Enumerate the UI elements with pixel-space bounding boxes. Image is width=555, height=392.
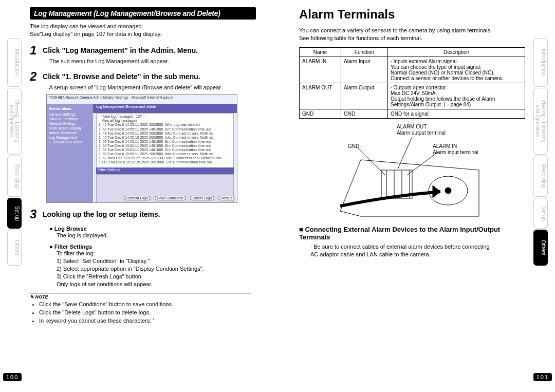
bullet-title: Log Browse: [49, 226, 256, 232]
note-item: Click the "Save Conditions" button to sa…: [39, 301, 256, 308]
cell: ALARM OUT: [300, 83, 341, 109]
bullet-body: To filter the log: 1) Select "Set Condit…: [57, 250, 256, 288]
step-title: Click "Log Management" in the Admin. Men…: [43, 43, 248, 54]
tab-viewing: Viewing · Listening and Operation: [533, 88, 548, 155]
btn: Save Conditions: [155, 196, 186, 200]
step-title: Click "1. Browse and Delete" in the sub …: [43, 69, 248, 81]
step-body: A setup screen of "Log Management /Brows…: [46, 84, 256, 91]
tab-others: Others: [7, 230, 22, 266]
page-left: Introduction Viewing · Listening and Ope…: [7, 7, 260, 382]
th-name: Name: [300, 47, 341, 57]
svg-point-6: [445, 188, 451, 194]
btn: Delete Logs: [190, 196, 214, 200]
nav-item: 1. Browse and delete: [49, 140, 91, 144]
th-description: Description: [388, 47, 525, 57]
cell: GND for a signal: [388, 109, 525, 118]
btn: Refresh Logs: [124, 196, 151, 200]
svg-marker-10: [433, 185, 440, 198]
tab-setup: Set up: [533, 198, 548, 229]
step-3: 3 Looking up the log or setup items.: [30, 207, 256, 221]
nav-item: Camera Settings: [49, 113, 91, 116]
app-screenshot: TOSHIBA Network Camera Administrator Set…: [46, 94, 237, 203]
intro-line-1: You can connect a variety of sensors to …: [299, 27, 492, 33]
screenshot-main-header: Log Management /Browse and delete: [93, 104, 237, 113]
screenshot-leftnav: Admin. Menu Camera Settings PAN/TILT Set…: [47, 104, 93, 202]
th-function: Function: [341, 47, 388, 57]
screenshot-logbox: --- Total log messages : 127 --- View al…: [96, 113, 234, 169]
step-2: 2 Click "1. Browse and Delete" in the su…: [30, 69, 256, 91]
sub-body: Be sure to connect cables of external al…: [310, 243, 525, 251]
label-alarm-out: ALARM OUTAlarm output terminal: [397, 124, 446, 136]
cell: GND: [341, 109, 388, 118]
nav-item: PAN/TILT Settings: [49, 117, 91, 121]
cell: Alarm Output: [341, 83, 388, 109]
side-tabs-left: Introduction Viewing · Listening and Ope…: [7, 38, 22, 351]
diagram-svg: [330, 124, 494, 221]
cell: GND: [300, 109, 341, 118]
screenshot-buttons: Refresh Logs Save Conditions Delete Logs…: [124, 196, 235, 200]
terminal-diagram: ALARM OUTAlarm output terminal GND ALARM…: [330, 124, 494, 221]
intro-line-2: See following table for functions of eac…: [299, 35, 422, 41]
tab-others: Others: [533, 230, 548, 266]
bullet-log-browse: Log Browse The log is displayed.: [49, 226, 256, 239]
note-label: NOTE: [30, 293, 251, 300]
tab-introduction: Introduction: [533, 38, 548, 87]
page-right: Introduction Viewing · Listening and Ope…: [295, 7, 548, 382]
nav-item: Multi Screen Display: [49, 126, 91, 130]
tab-viewing: Viewing · Listening and Operation: [7, 88, 22, 155]
right-content: Alarm Terminals You can connect a variet…: [299, 7, 525, 258]
screenshot-filter-header: Filter Settings: [96, 167, 234, 175]
note-item: In keyword you cannot use these characte…: [39, 317, 256, 325]
label-gnd: GND: [348, 143, 359, 150]
intro-line-2: See"Log display" on page 107 for data in…: [30, 31, 162, 37]
terminal-table: Name Function Description ALARM IN Alarm…: [299, 47, 525, 119]
table-row: ALARM IN Alarm Input · Inputs external A…: [300, 57, 525, 83]
section-title: Alarm Terminals: [299, 7, 525, 24]
table-row: GND GND GND for a signal: [300, 109, 525, 118]
tab-recording: Recording: [7, 156, 22, 197]
intro-text: The log display can be viewed and manage…: [30, 23, 256, 38]
bullet-title: Filter Settings: [49, 244, 256, 250]
side-tabs-right: Introduction Viewing · Listening and Ope…: [533, 38, 548, 351]
cell: · Outputs open corrector. Max.DC 24V, 50…: [388, 83, 525, 109]
page-number: 100: [3, 373, 22, 381]
tab-recording: Recording: [533, 156, 548, 197]
left-content: Log Management (Log Management/Browse an…: [30, 7, 256, 325]
nav-item: Network Settings: [49, 122, 91, 125]
bullet-body: The log is displayed.: [57, 232, 256, 239]
tab-setup: Set up: [7, 198, 22, 229]
label-alarm-in: ALARM INAlarm input terminal: [433, 143, 478, 156]
step-number: 1: [30, 43, 41, 58]
sub-heading: Connecting External Alarm Devices to the…: [299, 226, 525, 241]
intro-text: You can connect a variety of sensors to …: [299, 27, 525, 42]
nav-item: Admin. Functions: [49, 131, 91, 135]
btn: Default: [218, 196, 235, 200]
cell: Alarm Input: [341, 57, 388, 83]
bullet-filter-settings: Filter Settings To filter the log: 1) Se…: [49, 244, 256, 288]
step-number: 3: [30, 207, 41, 221]
sub-body: AC adaptor cable and LAN cable to the ca…: [310, 251, 525, 258]
cell: · Inputs external Alarm signal. You can …: [388, 57, 525, 83]
svg-line-8: [358, 148, 385, 175]
step-1: 1 Click "Log Management" in the Admin. M…: [30, 43, 256, 65]
tab-introduction: Introduction: [7, 38, 22, 87]
cell: ALARM IN: [300, 57, 341, 83]
note-item: Click the "Delete Logs" button to delete…: [39, 309, 256, 316]
intro-line-1: The log display can be viewed and manage…: [30, 23, 143, 29]
step-title: Looking up the log or setup items.: [43, 207, 248, 218]
step-number: 2: [30, 69, 41, 84]
table-row: ALARM OUT Alarm Output · Outputs open co…: [300, 83, 525, 109]
step-body: The sub menu for Log Management will app…: [46, 58, 256, 65]
note-list: Click the "Save Conditions" button to sa…: [39, 301, 256, 325]
nav-item: Log Management: [49, 136, 91, 139]
section-title: Log Management (Log Management/Browse an…: [30, 7, 256, 20]
page-number: 101: [533, 373, 552, 381]
